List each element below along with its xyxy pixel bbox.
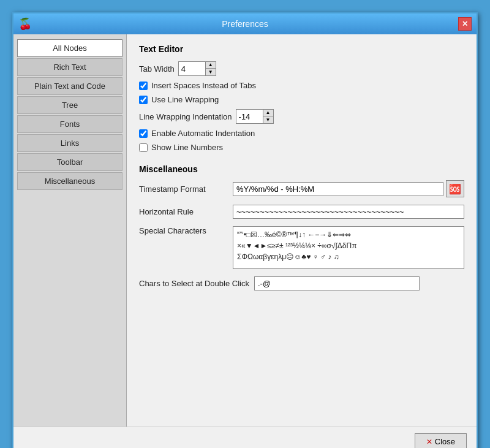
auto-indent-checkbox[interactable] <box>139 129 148 138</box>
sidebar-item-miscellaneous[interactable]: Miscellaneous <box>17 172 123 190</box>
sidebar-item-tree[interactable]: Tree <box>17 96 123 114</box>
line-wrap-indent-spinbox[interactable]: ▲ ▼ <box>236 109 274 124</box>
horizontal-rule-input[interactable] <box>233 205 464 219</box>
line-wrap-indent-label: Line Wrapping Indentation <box>139 112 232 121</box>
timestamp-help-button[interactable]: 🆘 <box>446 180 464 197</box>
special-chars-row: Special Characters “”‘•□☒…‰é©®™¶↓↑ ←−→⇓⇐… <box>139 226 464 269</box>
tab-width-up[interactable]: ▲ <box>206 62 216 69</box>
horizontal-rule-label: Horizontal Rule <box>139 207 228 216</box>
auto-indent-label: Enable Automatic Indentation <box>151 129 255 138</box>
line-wrapping-label: Use Line Wrapping <box>151 95 219 104</box>
timestamp-row: Timestamp Format 🆘 <box>139 180 464 197</box>
main-content: Text Editor Tab Width ▲ ▼ Insert Spaces … <box>127 34 477 427</box>
sidebar-item-fonts[interactable]: Fonts <box>17 115 123 133</box>
tab-width-arrows: ▲ ▼ <box>206 61 216 76</box>
line-wrap-indent-row: Line Wrapping Indentation ▲ ▼ <box>139 109 464 124</box>
special-chars-area[interactable]: “”‘•□☒…‰é©®™¶↓↑ ←−→⇓⇐⇒⇔ ×«▼◄►≤≥≠± ¹²³½¼⅛… <box>233 226 464 269</box>
line-wrapping-row: Use Line Wrapping <box>139 95 464 104</box>
insert-spaces-checkbox[interactable] <box>139 82 148 90</box>
double-click-input[interactable] <box>254 276 420 290</box>
sidebar-item-links[interactable]: Links <box>17 134 123 152</box>
tab-width-spinbox[interactable]: ▲ ▼ <box>178 61 216 76</box>
window-close-button[interactable]: ✕ <box>458 17 472 31</box>
double-click-row: Chars to Select at Double Click <box>139 276 464 290</box>
timestamp-input[interactable] <box>233 182 443 196</box>
window-title: Preferences <box>32 19 458 29</box>
insert-spaces-label: Insert Spaces Instead of Tabs <box>151 81 256 90</box>
line-wrap-indent-arrows: ▲ ▼ <box>263 109 274 124</box>
tab-width-row: Tab Width ▲ ▼ <box>139 61 464 76</box>
timestamp-wrapper: 🆘 <box>233 180 464 197</box>
tab-width-label: Tab Width <box>139 64 175 74</box>
line-numbers-checkbox[interactable] <box>139 143 148 152</box>
line-numbers-row: Show Line Numbers <box>139 143 464 152</box>
title-bar: 🍒 Preferences ✕ <box>13 13 477 34</box>
sidebar-item-rich-text[interactable]: Rich Text <box>17 58 123 76</box>
line-wrap-indent-up[interactable]: ▲ <box>263 110 273 116</box>
auto-indent-row: Enable Automatic Indentation <box>139 129 464 138</box>
timestamp-label: Timestamp Format <box>139 184 228 194</box>
text-editor-title: Text Editor <box>139 44 464 54</box>
close-dialog-button[interactable]: ✕ Close <box>415 433 467 448</box>
sidebar-item-all-nodes[interactable]: All Nodes <box>17 39 123 57</box>
title-bar-left: 🍒 <box>18 17 32 31</box>
tab-width-down[interactable]: ▼ <box>206 69 216 75</box>
line-wrapping-checkbox[interactable] <box>139 96 148 104</box>
insert-spaces-row: Insert Spaces Instead of Tabs <box>139 81 464 90</box>
horizontal-rule-row: Horizontal Rule <box>139 205 464 219</box>
close-x-icon: ✕ <box>426 438 432 446</box>
miscellaneous-section: Miscellaneous Timestamp Format 🆘 Horizon… <box>139 164 464 290</box>
sidebar: All Nodes Rich Text Plain Text and Code … <box>13 34 127 427</box>
sidebar-item-toolbar[interactable]: Toolbar <box>17 153 123 171</box>
line-wrap-indent-input[interactable] <box>236 109 263 124</box>
miscellaneous-title: Miscellaneous <box>139 164 464 174</box>
sidebar-item-plain-text[interactable]: Plain Text and Code <box>17 77 123 95</box>
lifesaver-icon: 🆘 <box>449 183 461 195</box>
preferences-window: 🍒 Preferences ✕ All Nodes Rich Text Plai… <box>12 12 478 448</box>
app-icon: 🍒 <box>18 17 32 31</box>
special-chars-label: Special Characters <box>139 226 228 235</box>
line-wrap-indent-down[interactable]: ▼ <box>263 116 273 123</box>
tab-width-input[interactable] <box>178 61 206 76</box>
line-numbers-label: Show Line Numbers <box>151 143 223 152</box>
double-click-label: Chars to Select at Double Click <box>139 279 249 288</box>
window-body: All Nodes Rich Text Plain Text and Code … <box>13 34 477 427</box>
close-dialog-label: Close <box>435 437 455 446</box>
footer: ✕ Close <box>13 427 477 448</box>
